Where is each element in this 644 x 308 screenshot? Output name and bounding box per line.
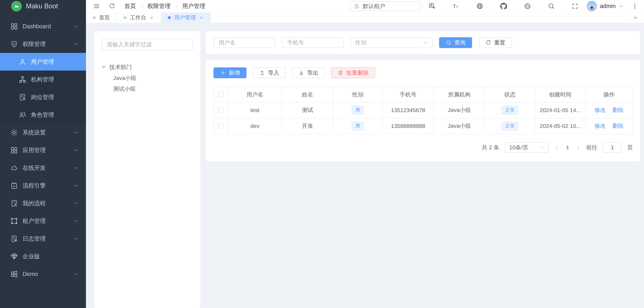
query-button[interactable]: 查询 [439,37,472,48]
sidebar-item-app-management[interactable]: 应用管理 [0,141,86,159]
mobile-field[interactable] [282,37,344,48]
sidebar-item-user-management[interactable]: 用户管理 [0,53,86,71]
frame-icon [10,217,18,225]
gender-badge: 男 [352,106,364,115]
sidebar-item-dashboard[interactable]: Dashboard [0,17,86,35]
avatar[interactable] [586,1,597,11]
document-check-icon [10,235,18,243]
upload-icon [259,70,265,76]
sidebar-item-tenant-management[interactable]: 租户管理 [0,212,86,230]
username-field[interactable] [214,37,275,48]
chevron-down-icon [74,148,79,153]
export-button[interactable]: 导出 [292,67,325,78]
download-icon [298,70,304,76]
building-icon [354,3,360,9]
sidebar-item-org-management[interactable]: 机构管理 [0,71,86,88]
sidebar-item-my-workflow[interactable]: 我的流程 [0,194,86,212]
col-header-actions: 操作 [586,87,632,102]
sidebar-item-permissions[interactable]: 权限管理 [0,35,86,53]
gender-select[interactable]: 性别 [350,37,432,48]
document-user-icon [10,199,18,207]
search-icon[interactable] [548,2,555,10]
chevron-down-icon [74,272,79,277]
chevron-down-icon [633,15,638,20]
font-size-icon[interactable]: TT [452,2,460,10]
tab-workbench[interactable]: 工作台 [117,12,161,23]
page-content: 技术部门 Java小组 测试小组 性别 [86,23,644,308]
col-header-gender: 性别 [333,87,382,102]
sidebar-item-role-management[interactable]: 角色管理 [0,106,86,124]
refresh-icon[interactable] [109,3,116,9]
collapse-sidebar-icon[interactable] [93,2,100,10]
add-button[interactable]: 新增 [214,67,246,78]
chevron-down-icon [74,201,79,206]
kebab-menu-icon[interactable] [632,3,638,9]
sidebar-item-online-dev[interactable]: 在线开发 [0,159,86,177]
close-icon[interactable] [199,15,204,20]
goto-page-input[interactable] [603,142,622,153]
main-area: 首页 权限管理 用户管理 默认租户 TT [86,0,644,308]
user-menu[interactable]: admin [586,1,624,11]
grid-icon [10,22,18,30]
diamond-icon [10,253,18,260]
delete-link[interactable]: 删除 [612,106,624,114]
row-checkbox[interactable] [218,107,224,113]
total-count: 共 2 条 [482,144,499,152]
org-tree: 技术部门 Java小组 测试小组 [102,62,193,94]
chevron-down-icon [74,183,79,188]
gear-icon [10,129,18,137]
globe-icon[interactable] [476,2,483,10]
github-icon[interactable] [500,2,507,10]
select-all-checkbox[interactable] [218,92,224,97]
chevron-right-icon [140,4,144,8]
sidebar-item-system-settings[interactable]: 系统设置 [0,124,86,141]
tree-node-test[interactable]: 测试小组 [102,83,193,94]
breadcrumb-permissions[interactable]: 权限管理 [148,2,170,10]
cell-name: 开发 [282,118,333,134]
username-label: admin [600,3,616,9]
tenant-select[interactable]: 默认租户 [350,1,420,11]
sidebar-item-enterprise[interactable]: 企业版 [0,248,86,265]
tab-dropdown-button[interactable] [630,12,641,23]
cell-created: 2024-05-02 10... [535,118,586,134]
select-all-cell [214,87,228,102]
tree-filter-input[interactable] [102,39,193,50]
sidebar-item-log-management[interactable]: 日志管理 [0,230,86,248]
reset-button[interactable]: 重置 [479,37,512,48]
app-logo[interactable]: Maku Boot [0,0,86,12]
next-page-button[interactable] [576,145,580,150]
tree-node-root[interactable]: 技术部门 [102,62,193,73]
chevron-down-icon [423,40,428,45]
chevron-down-icon [74,24,79,29]
search-icon [446,40,452,46]
scrollbar-track[interactable] [641,12,644,23]
translate-icon[interactable] [428,2,436,10]
fullscreen-icon[interactable] [572,3,578,9]
sidebar-item-post-management[interactable]: 岗位管理 [0,88,86,106]
breadcrumb-current: 用户管理 [182,2,205,10]
sidebar: Maku Boot Dashboard 权限管理 用户管理 机构管理 岗位管理 [0,0,86,308]
right-column: 性别 查询 重置 新增 [206,31,640,308]
edit-link[interactable]: 修改 [594,106,606,114]
row-checkbox[interactable] [218,123,224,129]
sidebar-item-demo[interactable]: Demo [0,265,86,283]
user-icon [19,58,26,66]
page-number-1[interactable]: 1 [565,144,570,151]
delete-link[interactable]: 删除 [612,122,624,130]
pagination: 共 2 条 10条/页 1 前往 页 [214,142,633,153]
sidebar-item-workflow-engine[interactable]: 流程引擎 [0,177,86,194]
tab-user-management[interactable]: 用户管理 [161,12,211,23]
edit-link[interactable]: 修改 [594,122,606,130]
caret-down-icon[interactable] [102,66,106,69]
gitee-icon[interactable] [524,2,531,10]
page-size-select[interactable]: 10条/页 [505,142,549,153]
status-badge: 正常 [501,121,518,131]
breadcrumb-home[interactable]: 首页 [124,2,136,10]
chevron-right-icon [576,145,580,150]
close-icon[interactable] [150,15,154,20]
tab-home[interactable]: 首页 [86,12,117,23]
import-button[interactable]: 导入 [253,67,286,78]
tree-node-java[interactable]: Java小组 [102,73,193,83]
batch-delete-button[interactable]: 批量删除 [331,67,375,78]
prev-page-button[interactable] [554,145,559,150]
